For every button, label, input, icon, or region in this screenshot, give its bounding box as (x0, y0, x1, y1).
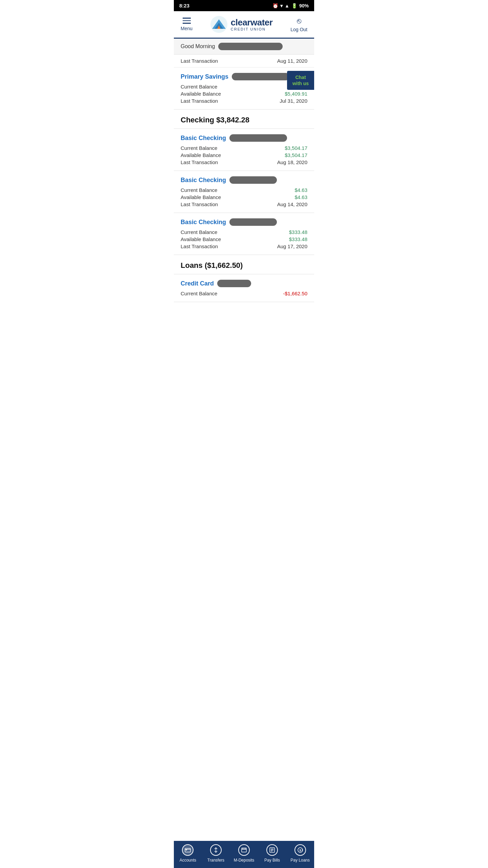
logout-label: Log Out (290, 27, 307, 32)
account-card-basic-checking-2[interactable]: Basic Checking Current Balance $4.63 Ava… (174, 171, 314, 213)
account-card-basic-checking-3[interactable]: Basic Checking Current Balance $333.48 A… (174, 213, 314, 255)
account-number-redacted (232, 73, 289, 80)
available-balance-label: Available Balance (181, 91, 221, 97)
last-transaction-label-c3: Last Transaction (181, 243, 218, 249)
last-transaction-label-s: Last Transaction (181, 98, 218, 104)
account-number-redacted (217, 280, 251, 287)
account-name-row: Credit Card (181, 280, 307, 287)
loans-group-header: Loans ($1,662.50) (174, 255, 314, 274)
account-card-primary-savings[interactable]: Primary Savings Current Balance $5,??? A… (174, 67, 314, 110)
last-transaction-label-c1: Last Transaction (181, 159, 218, 165)
available-balance-row: Available Balance $333.48 (181, 236, 307, 242)
account-name: Credit Card (181, 280, 214, 287)
status-bar: 8:23 ⏰ ▾ ▲ 🔋 90% (174, 0, 314, 11)
battery-percent: 90% (299, 3, 309, 8)
last-transaction-date: Aug 11, 2020 (277, 58, 307, 64)
status-icons: ⏰ ▾ ▲ 🔋 90% (272, 3, 309, 8)
current-balance-value: $3,504.17 (285, 145, 307, 151)
last-transaction-date-c2: Aug 14, 2020 (277, 201, 307, 207)
account-name-row: Basic Checking (181, 134, 307, 142)
account-name: Basic Checking (181, 219, 226, 226)
chat-bubble[interactable]: Chatwith us (287, 71, 314, 90)
current-balance-label: Current Balance (181, 145, 217, 151)
available-balance-value: $5,409.91 (285, 91, 307, 97)
last-transaction-date-c1: Aug 18, 2020 (277, 159, 307, 165)
available-balance-row: Available Balance $4.63 (181, 194, 307, 200)
wifi-icon: ▾ (280, 3, 283, 8)
current-balance-value: -$1,662.50 (283, 291, 307, 296)
available-balance-row: Available Balance $5,409.91 (181, 91, 307, 97)
menu-button[interactable]: Menu (181, 18, 192, 31)
current-balance-value: $333.48 (289, 229, 307, 235)
account-details: Current Balance $3,504.17 Available Bala… (181, 145, 307, 165)
time: 8:23 (179, 3, 189, 8)
current-balance-label: Current Balance (181, 291, 217, 296)
available-balance-value: $333.48 (289, 236, 307, 242)
last-transaction-row-savings: Last Transaction Jul 31, 2020 (181, 98, 307, 104)
current-balance-label: Current Balance (181, 229, 217, 235)
account-name: Basic Checking (181, 135, 226, 142)
greeting-text: Good Morning (181, 43, 215, 50)
logo-name: clearwater (231, 18, 273, 27)
current-balance-row: Current Balance $3,504.17 (181, 145, 307, 151)
last-transaction-label: Last Transaction (181, 58, 218, 64)
available-balance-value: $4.63 (294, 194, 307, 200)
account-name: Basic Checking (181, 177, 226, 184)
battery-icon: 🔋 (291, 3, 297, 8)
available-balance-label: Available Balance (181, 236, 221, 242)
last-transaction-date-s: Jul 31, 2020 (280, 98, 307, 104)
account-card-credit-card[interactable]: Credit Card Current Balance -$1,662.50 (174, 274, 314, 302)
account-name-row: Basic Checking (181, 218, 307, 226)
available-balance-value: $3,504.17 (285, 152, 307, 158)
last-transaction-row-c1: Last Transaction Aug 18, 2020 (181, 159, 307, 165)
available-balance-row: Available Balance $3,504.17 (181, 152, 307, 158)
current-balance-row: Current Balance -$1,662.50 (181, 291, 307, 296)
last-transaction-label-c2: Last Transaction (181, 201, 218, 207)
greeting-bar: Good Morning (174, 39, 314, 55)
account-number-redacted (229, 134, 287, 142)
current-balance-label: Current Balance (181, 187, 217, 193)
top-last-transaction: Last Transaction Aug 11, 2020 (174, 55, 314, 67)
greeting-name-redacted (218, 43, 283, 50)
account-name-row: Basic Checking (181, 176, 307, 184)
account-number-redacted (229, 218, 277, 226)
logout-button[interactable]: ⎋ Log Out (290, 17, 307, 32)
checking-group-header: Checking $3,842.28 (174, 110, 314, 129)
logo-subtitle: CREDIT UNION (231, 27, 273, 31)
current-balance-row: Current Balance $4.63 (181, 187, 307, 193)
current-balance-label: Current Balance (181, 84, 217, 90)
current-balance-value: $4.63 (294, 187, 307, 193)
alarm-icon: ⏰ (272, 3, 278, 8)
account-details: Current Balance $4.63 Available Balance … (181, 187, 307, 207)
signal-icon: ▲ (285, 3, 289, 8)
logo: clearwater CREDIT UNION (210, 16, 273, 33)
main-content: Good Morning Last Transaction Aug 11, 20… (174, 39, 314, 329)
account-number-redacted (229, 176, 277, 184)
last-transaction-row-c3: Last Transaction Aug 17, 2020 (181, 243, 307, 249)
account-name: Primary Savings (181, 73, 228, 80)
menu-label: Menu (181, 26, 192, 31)
account-card-basic-checking-1[interactable]: Basic Checking Current Balance $3,504.17… (174, 129, 314, 171)
last-transaction-date-c3: Aug 17, 2020 (277, 243, 307, 249)
logout-icon: ⎋ (297, 17, 301, 25)
app-header: Menu clearwater CREDIT UNION ⎋ Log Out (174, 11, 314, 39)
available-balance-label: Available Balance (181, 152, 221, 158)
logo-text: clearwater CREDIT UNION (231, 18, 273, 32)
account-details: Current Balance -$1,662.50 (181, 291, 307, 296)
current-balance-row: Current Balance $333.48 (181, 229, 307, 235)
account-details: Current Balance $333.48 Available Balanc… (181, 229, 307, 249)
last-transaction-row-c2: Last Transaction Aug 14, 2020 (181, 201, 307, 207)
hamburger-icon (183, 18, 191, 24)
available-balance-label: Available Balance (181, 194, 221, 200)
logo-icon (210, 16, 227, 33)
